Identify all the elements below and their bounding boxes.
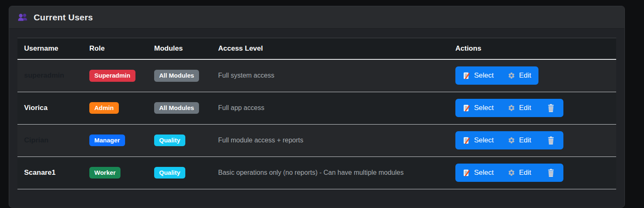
trash-icon xyxy=(547,169,555,177)
trash-icon xyxy=(547,104,555,113)
access-level-text: Full app access xyxy=(218,104,264,111)
column-header-username: Username xyxy=(17,38,83,60)
table-row: superadmin Superadmin All Modules Full s… xyxy=(17,59,616,92)
gear-icon xyxy=(508,169,515,176)
select-button-label: Select xyxy=(474,104,494,112)
gear-icon xyxy=(508,137,515,144)
delete-button[interactable] xyxy=(538,131,563,149)
select-button[interactable]: Select xyxy=(455,164,501,182)
edit-button[interactable]: Edit xyxy=(501,99,538,117)
column-header-modules: Modules xyxy=(147,38,211,60)
actions-group: Select Edit xyxy=(455,164,563,182)
edit-button-label: Edit xyxy=(519,169,531,177)
username-cell: Scanare1 xyxy=(24,169,56,176)
edit-button[interactable]: Edit xyxy=(501,131,538,149)
edit-button-label: Edit xyxy=(519,104,531,112)
edit-button-label: Edit xyxy=(519,136,531,144)
select-button-label: Select xyxy=(474,169,494,177)
module-badge: All Modules xyxy=(154,102,199,114)
delete-button[interactable] xyxy=(538,99,563,117)
table-row: Ciprian Manager Quality Full module acce… xyxy=(17,124,616,157)
select-button[interactable]: Select xyxy=(455,66,501,85)
memo-icon xyxy=(462,104,470,112)
actions-group: Select Edit xyxy=(455,131,563,149)
username-cell: Ciprian xyxy=(24,136,49,144)
column-header-role: Role xyxy=(83,38,147,60)
module-badge: Quality xyxy=(154,167,185,179)
users-icon xyxy=(17,12,28,22)
edit-button[interactable]: Edit xyxy=(501,66,538,85)
column-header-actions: Actions xyxy=(449,38,616,60)
module-badge: All Modules xyxy=(154,70,199,82)
role-badge: Admin xyxy=(89,102,119,114)
gear-icon xyxy=(508,104,515,112)
role-badge: Manager xyxy=(89,135,125,147)
select-button[interactable]: Select xyxy=(455,99,501,117)
select-button-label: Select xyxy=(474,71,494,80)
actions-group: Select Edit xyxy=(455,99,563,117)
edit-button-label: Edit xyxy=(519,71,531,80)
username-cell: Viorica xyxy=(24,104,47,112)
gear-icon xyxy=(508,72,515,79)
card-body: Username Role Modules Access Level Actio… xyxy=(9,29,624,198)
edit-button[interactable]: Edit xyxy=(501,164,538,182)
trash-icon xyxy=(547,136,555,145)
card-header: Current Users xyxy=(9,6,624,29)
access-level-text: Full module access + reports xyxy=(218,137,303,144)
current-users-card: Current Users Username Role Modules Acce… xyxy=(9,6,625,208)
table-row: Scanare1 Worker Quality Basic operations… xyxy=(17,157,616,189)
column-header-access-level: Access Level xyxy=(211,38,449,60)
page-title: Current Users xyxy=(34,12,93,22)
memo-icon xyxy=(462,137,470,144)
access-level-text: Full system access xyxy=(218,72,274,79)
select-button[interactable]: Select xyxy=(455,131,501,149)
table-header-row: Username Role Modules Access Level Actio… xyxy=(17,38,616,60)
role-badge: Superadmin xyxy=(89,70,135,82)
module-badge: Quality xyxy=(154,135,185,147)
select-button-label: Select xyxy=(474,136,494,144)
users-table: Username Role Modules Access Level Actio… xyxy=(17,38,616,189)
role-badge: Worker xyxy=(89,167,120,179)
memo-icon xyxy=(462,169,470,177)
table-row: Viorica Admin All Modules Full app acces… xyxy=(17,92,616,124)
delete-button[interactable] xyxy=(538,164,563,182)
actions-group: Select Edit xyxy=(455,66,538,85)
memo-icon xyxy=(462,72,470,80)
username-cell: superadmin xyxy=(24,71,64,79)
access-level-text: Basic operations only (no reports) - Can… xyxy=(218,169,403,176)
